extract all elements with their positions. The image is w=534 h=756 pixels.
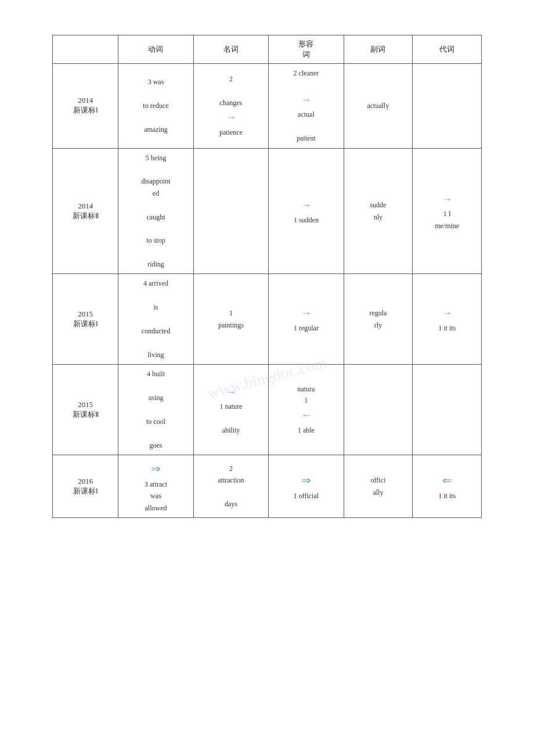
arrow-right-icon: → — [442, 304, 452, 322]
pronoun-cell: ⇐ 1 it its — [413, 455, 482, 517]
arrow-right-icon: → — [442, 190, 452, 208]
pronoun-cell — [413, 64, 482, 149]
main-table-wrapper: www.bingdoc.com 动词 名词 形容词 副词 代词 2014新课标Ⅰ… — [52, 35, 482, 518]
noun-cell: 2changes → patience — [193, 64, 268, 149]
verb-cell: 3 wasto reduceamazing — [118, 64, 193, 149]
verb-cell: 4 arrivedisconductedliving — [118, 274, 193, 365]
col-header-adv: 副词 — [344, 35, 413, 64]
arrow-right-icon: → — [226, 109, 236, 127]
verb-cell: 5 beingdisappointedcaughtto stopriding — [118, 148, 193, 274]
col-header-year — [53, 35, 118, 64]
vocab-table: 动词 名词 形容词 副词 代词 2014新课标Ⅰ 3 wasto reducea… — [52, 35, 482, 518]
adv-cell — [344, 365, 413, 455]
col-header-verb: 动词 — [118, 35, 193, 64]
year-label: 2015新课标Ⅱ — [53, 365, 118, 455]
table-row: 2015新课标Ⅰ 4 arrivedisconductedliving 1pai… — [53, 274, 482, 365]
year-label: 2014新课标Ⅰ — [53, 64, 118, 149]
table-row: 2014新课标Ⅱ 5 beingdisappointedcaughtto sto… — [53, 148, 482, 274]
verb-cell: 4 builtusingto coolgoes — [118, 365, 193, 455]
col-header-noun: 名词 — [193, 35, 268, 64]
year-label: 2016新课标Ⅰ — [53, 455, 118, 517]
noun-cell — [193, 148, 268, 274]
adj-cell: ⇒ 1 official — [269, 455, 344, 517]
pronoun-cell: → 1 Ime/mine — [413, 148, 482, 274]
noun-cell: → 1 natureability — [193, 365, 268, 455]
year-label: 2014新课标Ⅱ — [53, 148, 118, 274]
verb-cell: ⇒ 3 attractwasallowed — [118, 455, 193, 517]
arrow-right-icon: → — [301, 304, 311, 322]
pronoun-cell — [413, 365, 482, 455]
table-row: 2016新课标Ⅰ ⇒ 3 attractwasallowed 2attracti… — [53, 455, 482, 517]
table-header-row: 动词 名词 形容词 副词 代词 — [53, 35, 482, 64]
table-row: 2014新课标Ⅰ 3 wasto reduceamazing 2changes … — [53, 64, 482, 149]
col-header-pronoun: 代词 — [413, 35, 482, 64]
arrow-left-icon: ← — [301, 406, 311, 424]
double-arrow-left-icon: ⇐ — [442, 470, 452, 490]
arrow-right-icon: → — [301, 91, 311, 109]
year-label: 2015新课标Ⅰ — [53, 274, 118, 365]
adj-cell: natural ← 1 able — [269, 365, 344, 455]
noun-cell: 1paintings — [193, 274, 268, 365]
double-arrow-right-icon: ⇒ — [151, 459, 161, 478]
double-arrow-right-icon: ⇒ — [301, 470, 311, 490]
adj-cell: → 1 sudden — [269, 148, 344, 274]
adv-cell: officially — [344, 455, 413, 517]
adj-cell: 2 cleaner → actualpatient — [269, 64, 344, 149]
pronoun-cell: → 1 it its — [413, 274, 482, 365]
col-header-adj: 形容词 — [269, 35, 344, 64]
adv-cell: regularly — [344, 274, 413, 365]
arrow-right-icon: → — [226, 383, 236, 401]
arrow-right-icon: → — [301, 196, 311, 214]
adv-cell: suddenly — [344, 148, 413, 274]
adv-cell: actually — [344, 64, 413, 149]
noun-cell: 2attractiondays — [193, 455, 268, 517]
adj-cell: → 1 regular — [269, 274, 344, 365]
table-row: 2015新课标Ⅱ 4 builtusingto coolgoes → 1 nat… — [53, 365, 482, 455]
